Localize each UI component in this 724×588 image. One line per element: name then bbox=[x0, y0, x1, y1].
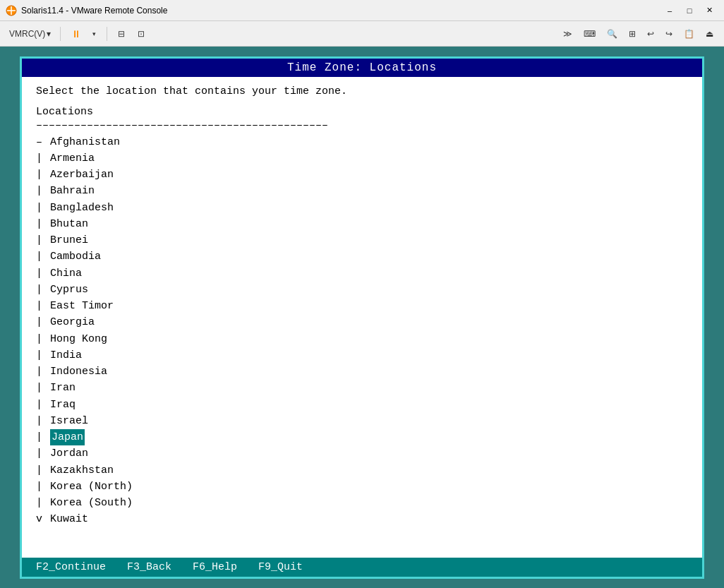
zoom-button[interactable]: 🔍 bbox=[602, 25, 622, 43]
location-name: Bahrain bbox=[50, 183, 95, 199]
location-bullet: | bbox=[36, 429, 50, 445]
location-bullet: | bbox=[36, 200, 50, 216]
location-list: – Afghanistan| Armenia| Azerbaijan| Bahr… bbox=[36, 134, 688, 528]
location-item[interactable]: | East Timor bbox=[36, 298, 688, 314]
location-bullet: | bbox=[36, 282, 50, 298]
send-ctrl-alt-del-button[interactable]: ⊟ bbox=[113, 25, 130, 43]
location-name: Indonesia bbox=[50, 364, 107, 380]
location-name: Israel bbox=[50, 413, 88, 429]
undo-button[interactable]: ↩ bbox=[642, 25, 659, 43]
location-name: Bhutan bbox=[50, 216, 88, 232]
location-name: Afghanistan bbox=[50, 134, 120, 150]
location-bullet: – bbox=[36, 134, 50, 150]
location-name: Jordan bbox=[50, 445, 88, 462]
keyboard-shortcut-button[interactable]: ⌨ bbox=[579, 25, 601, 43]
location-name: Georgia bbox=[50, 314, 95, 330]
location-bullet: | bbox=[36, 364, 50, 380]
forward-button[interactable]: ≫ bbox=[558, 25, 577, 43]
location-bullet: | bbox=[36, 150, 50, 167]
location-item[interactable]: – Afghanistan bbox=[36, 134, 688, 150]
location-item[interactable]: | Azerbaijan bbox=[36, 167, 688, 183]
pause-icon: ⏸ bbox=[71, 28, 81, 40]
location-item[interactable]: | Georgia bbox=[36, 314, 688, 330]
console-area: Time Zone: Locations Select the location… bbox=[0, 47, 724, 588]
location-item[interactable]: | China bbox=[36, 265, 688, 282]
terminal-title: Time Zone: Locations bbox=[287, 61, 437, 74]
locations-separator: ––––––––––––––––––––––––––––––––––––––––… bbox=[36, 119, 688, 131]
location-item[interactable]: | Jordan bbox=[36, 445, 688, 462]
location-bullet: | bbox=[36, 265, 50, 282]
location-item[interactable]: | Cambodia bbox=[36, 248, 688, 265]
f3-label[interactable]: F3_Back bbox=[127, 561, 171, 573]
location-name: Kazakhstan bbox=[50, 462, 114, 479]
location-item[interactable]: | Bahrain bbox=[36, 183, 688, 199]
window-controls: – □ ✕ bbox=[660, 4, 718, 18]
location-bullet: | bbox=[36, 216, 50, 232]
f9-label[interactable]: F9_Quit bbox=[258, 561, 303, 573]
app-icon bbox=[6, 5, 17, 16]
fullscreen-icon: ⊡ bbox=[138, 29, 145, 39]
eject-button[interactable]: ⏏ bbox=[701, 25, 718, 43]
terminal-content[interactable]: Select the location that contains your t… bbox=[22, 77, 702, 558]
location-item[interactable]: v Kuwait bbox=[36, 511, 688, 527]
location-item[interactable]: | Kazakhstan bbox=[36, 462, 688, 479]
vmrc-menu[interactable]: VMRC(V) ▾ bbox=[6, 25, 54, 43]
redo-button[interactable]: ↪ bbox=[660, 25, 677, 43]
location-item[interactable]: | Bhutan bbox=[36, 216, 688, 232]
pause-button[interactable]: ⏸ bbox=[66, 25, 86, 43]
location-item[interactable]: | Japan bbox=[36, 429, 688, 445]
location-name: Iran bbox=[50, 380, 76, 396]
location-item[interactable]: | Indonesia bbox=[36, 364, 688, 380]
f2-label[interactable]: F2_Continue bbox=[36, 561, 106, 573]
description-text: Select the location that contains your t… bbox=[36, 85, 347, 97]
location-item[interactable]: | India bbox=[36, 347, 688, 364]
pause-group: ⏸ ▾ bbox=[66, 25, 101, 43]
location-name: Cambodia bbox=[50, 248, 101, 265]
restore-button[interactable]: □ bbox=[680, 4, 699, 18]
toolbar: VMRC(V) ▾ ⏸ ▾ ⊟ ⊡ ≫ ⌨ 🔍 ⊞ ↩ ↪ 📋 ⏏ bbox=[0, 21, 724, 47]
location-bullet: | bbox=[36, 314, 50, 330]
fullscreen-button[interactable]: ⊡ bbox=[133, 25, 150, 43]
location-name: Cyprus bbox=[50, 282, 88, 298]
f6-label[interactable]: F6_Help bbox=[193, 561, 237, 573]
location-name: Japan bbox=[50, 429, 85, 445]
location-item[interactable]: | Brunei bbox=[36, 232, 688, 248]
location-bullet: | bbox=[36, 331, 50, 347]
locations-header: Locations bbox=[36, 106, 688, 118]
chevron-down-icon: ▾ bbox=[92, 30, 96, 37]
terminal-description: Select the location that contains your t… bbox=[36, 85, 688, 97]
keyboard-icon: ⊟ bbox=[118, 29, 125, 39]
location-item[interactable]: | Bangladesh bbox=[36, 200, 688, 216]
location-bullet: | bbox=[36, 495, 50, 511]
location-name: Azerbaijan bbox=[50, 167, 114, 183]
location-bullet: | bbox=[36, 397, 50, 413]
location-bullet: | bbox=[36, 248, 50, 265]
terminal-titlebar: Time Zone: Locations bbox=[22, 59, 702, 77]
location-bullet: | bbox=[36, 380, 50, 396]
location-item[interactable]: | Israel bbox=[36, 413, 688, 429]
location-item[interactable]: | Armenia bbox=[36, 150, 688, 167]
clipboard-button[interactable]: 📋 bbox=[679, 25, 699, 43]
pause-dropdown[interactable]: ▾ bbox=[88, 25, 101, 43]
titlebar: Solaris11.4 - VMware Remote Console – □ … bbox=[0, 0, 724, 21]
location-item[interactable]: | Korea (North) bbox=[36, 479, 688, 495]
location-item[interactable]: | Korea (South) bbox=[36, 495, 688, 511]
location-bullet: | bbox=[36, 445, 50, 462]
location-item[interactable]: | Iran bbox=[36, 380, 688, 396]
location-item[interactable]: | Cyprus bbox=[36, 282, 688, 298]
location-item[interactable]: | Iraq bbox=[36, 397, 688, 413]
location-name: Kuwait bbox=[50, 511, 88, 527]
minimize-button[interactable]: – bbox=[660, 4, 679, 18]
location-item[interactable]: | Hong Kong bbox=[36, 331, 688, 347]
location-bullet: v bbox=[36, 511, 50, 527]
location-bullet: | bbox=[36, 479, 50, 495]
window-button[interactable]: ⊞ bbox=[624, 25, 641, 43]
location-bullet: | bbox=[36, 183, 50, 199]
toolbar-separator-2 bbox=[107, 27, 107, 41]
location-name: India bbox=[50, 347, 82, 364]
close-button[interactable]: ✕ bbox=[700, 4, 718, 18]
location-name: Armenia bbox=[50, 150, 95, 167]
window-title: Solaris11.4 - VMware Remote Console bbox=[21, 6, 660, 16]
location-name: Brunei bbox=[50, 232, 88, 248]
location-bullet: | bbox=[36, 462, 50, 479]
